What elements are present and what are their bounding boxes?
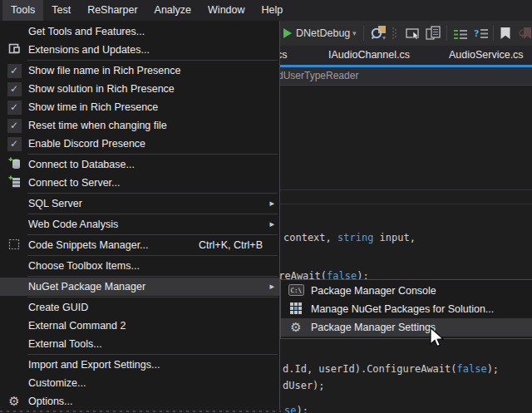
breadcrumb[interactable]: dUserTypeReader bbox=[280, 67, 532, 86]
menubar-item-tools[interactable]: Tools bbox=[2, 0, 43, 21]
menu-item-gutter: ✓ bbox=[0, 101, 28, 115]
tab-audioservice-cs[interactable]: AudioService.cs bbox=[449, 46, 524, 65]
editor-divider-line bbox=[280, 204, 532, 204]
code-segment: d.Id, userId).ConfigureAwait( bbox=[283, 363, 457, 375]
menu-item-external-command-2[interactable]: External Command 2 bbox=[0, 317, 279, 335]
editor[interactable]: context, string input,ureAwait(false);d.… bbox=[280, 86, 532, 413]
menu-item-extensions-and-updates[interactable]: Extensions and Updates... bbox=[0, 41, 279, 59]
menubar-item-window[interactable]: Window bbox=[200, 0, 253, 21]
checkmark-icon: ✓ bbox=[7, 119, 22, 133]
chevron-down-icon[interactable]: ▾ bbox=[352, 21, 357, 46]
extensions-icon bbox=[7, 42, 21, 58]
toolbar-separator bbox=[493, 26, 494, 41]
menu-item-connect-to-database[interactable]: Connect to Database... bbox=[0, 155, 279, 174]
menu-item-label: Enable Discord Presence bbox=[28, 138, 145, 150]
submenu-item-gutter: C:\ bbox=[281, 284, 311, 298]
submenu-item-label: Manage NuGet Packages for Solution... bbox=[311, 303, 494, 315]
menu-item-label: External Tools... bbox=[28, 338, 102, 350]
breadcrumb-type-name: dUserTypeReader bbox=[280, 67, 358, 85]
menu-item-label: Show time in Rich Presence bbox=[28, 101, 158, 113]
menu-item-gutter: ✓ bbox=[0, 119, 28, 133]
menu-item-customize[interactable]: Customize... bbox=[0, 374, 279, 392]
checkmark-icon: ✓ bbox=[7, 64, 22, 78]
menubar-item-help[interactable]: Help bbox=[254, 0, 292, 21]
menu-item-web-code-analysis[interactable]: Web Code Analysis▸ bbox=[0, 215, 279, 234]
submenu-item-manage-nuget-packages-for-solution[interactable]: Manage NuGet Packages for Solution... bbox=[281, 300, 532, 318]
menu-item-gutter bbox=[0, 175, 28, 191]
menu-item-label: SQL Server bbox=[28, 198, 82, 209]
bookmark-icon[interactable] bbox=[500, 27, 511, 43]
gear-icon: ⚙ bbox=[8, 396, 19, 408]
menu-item-show-solution-in-rich-presence[interactable]: ✓Show solution in Rich Presence bbox=[0, 80, 279, 98]
menu-item-gutter bbox=[0, 42, 28, 58]
menubar-item-test[interactable]: Test bbox=[43, 0, 79, 21]
database-add-icon bbox=[7, 157, 22, 173]
menu-separator bbox=[27, 276, 278, 277]
menu-item-label: Show solution in Rich Presence bbox=[28, 83, 175, 95]
menu-item-show-file-name-in-rich-presence[interactable]: ✓Show file name in Rich Presence bbox=[0, 61, 279, 80]
menu-bar: ToolsTestReSharperAnalyzeWindowHelp bbox=[0, 0, 532, 21]
menubar-item-resharper[interactable]: ReSharper bbox=[79, 0, 145, 21]
menu-item-get-tools-and-features[interactable]: Get Tools and Features... bbox=[0, 22, 279, 41]
menu-item-label: Web Code Analysis bbox=[28, 219, 118, 230]
gear-icon: ⚙ bbox=[290, 322, 301, 334]
menu-item-create-guid[interactable]: Create GUID bbox=[0, 298, 279, 317]
menu-item-import-and-export-settings[interactable]: Import and Export Settings... bbox=[0, 356, 279, 374]
menu-item-connect-to-server[interactable]: Connect to Server... bbox=[0, 174, 279, 192]
menu-item-gutter bbox=[0, 157, 28, 173]
menu-separator bbox=[27, 154, 278, 155]
menu-item-label: Reset time when changing file bbox=[28, 120, 167, 131]
checkmark-icon: ✓ bbox=[7, 82, 22, 96]
code-segment: se bbox=[284, 405, 296, 413]
menu-item-nuget-package-manager[interactable]: NuGet Package Manager▸ bbox=[0, 278, 279, 296]
code-segment: ); bbox=[296, 405, 308, 413]
submenu-item-gutter bbox=[281, 302, 311, 317]
menu-item-enable-discord-presence[interactable]: ✓Enable Discord Presence bbox=[0, 135, 279, 153]
comment-lines-icon[interactable] bbox=[453, 28, 468, 43]
uncomment-lines-icon[interactable]: ? bbox=[474, 27, 490, 42]
snippets-icon bbox=[7, 238, 21, 253]
menubar-item-analyze[interactable]: Analyze bbox=[146, 0, 200, 21]
menu-separator bbox=[27, 354, 278, 355]
find-options-chevron-icon[interactable]: ▾ bbox=[382, 34, 386, 42]
code-segment: ); bbox=[487, 363, 499, 375]
menu-separator bbox=[27, 234, 278, 235]
menu-item-label: Get Tools and Features... bbox=[28, 26, 145, 37]
menu-item-label: Connect to Server... bbox=[28, 177, 120, 189]
menu-item-external-tools[interactable]: External Tools... bbox=[0, 335, 279, 353]
menu-item-label: Import and Export Settings... bbox=[28, 359, 160, 371]
code-line-1: context, string input, bbox=[283, 232, 416, 244]
menu-separator bbox=[27, 214, 278, 214]
menu-item-label: External Command 2 bbox=[28, 320, 126, 332]
code-segment: input, bbox=[373, 232, 416, 243]
menu-item-options[interactable]: ⚙Options... bbox=[0, 392, 279, 411]
toolbar-separator bbox=[363, 26, 364, 41]
copy-structure-icon[interactable] bbox=[426, 26, 441, 44]
menu-item-gutter bbox=[0, 238, 28, 253]
code-segment: context, bbox=[283, 232, 337, 243]
tab-iaudiochannel-cs[interactable]: IAudioChannel.cs bbox=[328, 46, 410, 65]
toolbar-drag-handle[interactable] bbox=[392, 27, 397, 43]
submenu-item-package-manager-settings[interactable]: ⚙Package Manager Settings bbox=[281, 318, 532, 337]
submenu-item-package-manager-console[interactable]: C:\Package Manager Console bbox=[281, 282, 532, 300]
clipped-code-strip bbox=[0, 410, 281, 413]
menu-item-label: Customize... bbox=[28, 377, 86, 389]
nuget-package-manager-submenu: C:\Package Manager ConsoleManage NuGet P… bbox=[280, 279, 532, 339]
menu-item-sql-server[interactable]: SQL Server▸ bbox=[0, 194, 279, 213]
debug-target-dropdown[interactable]: DNetDebug bbox=[296, 21, 350, 46]
menu-separator bbox=[27, 297, 278, 297]
start-debug-icon[interactable] bbox=[283, 27, 293, 42]
tab-bar: csIAudioChannel.csAudioService.cs bbox=[280, 46, 532, 65]
submenu-item-label: Package Manager Console bbox=[311, 285, 436, 297]
nuget-icon bbox=[289, 302, 303, 317]
menu-item-choose-toolbox-items[interactable]: Choose Toolbox Items... bbox=[0, 257, 279, 275]
menu-item-gutter: ⚙ bbox=[0, 396, 28, 408]
menu-item-show-time-in-rich-presence[interactable]: ✓Show time in Rich Presence bbox=[0, 98, 279, 116]
menu-item-code-snippets-manager[interactable]: Code Snippets Manager...Ctrl+K, Ctrl+B bbox=[0, 236, 279, 254]
tab-cs[interactable]: cs bbox=[280, 46, 288, 65]
tools-menu: Get Tools and Features...Extensions and … bbox=[0, 21, 280, 413]
submenu-arrow-icon: ▸ bbox=[269, 215, 274, 234]
menu-item-reset-time-when-changing-file[interactable]: ✓Reset time when changing file bbox=[0, 116, 279, 135]
menu-separator bbox=[27, 60, 278, 61]
navigate-to-icon[interactable] bbox=[406, 27, 421, 43]
